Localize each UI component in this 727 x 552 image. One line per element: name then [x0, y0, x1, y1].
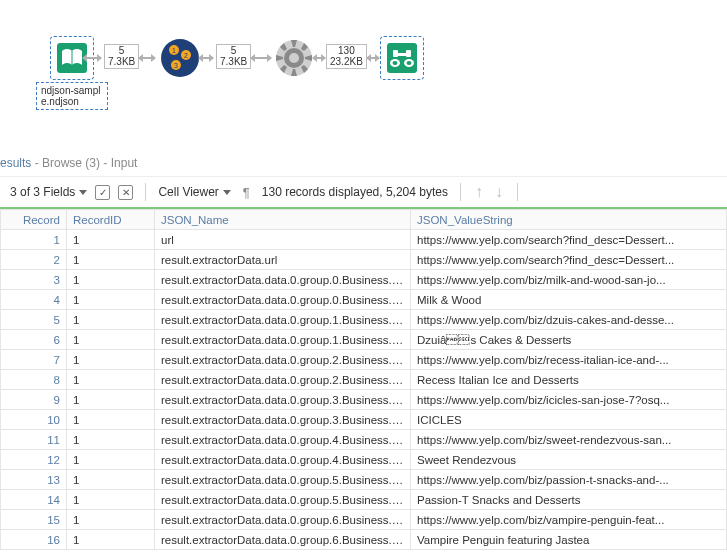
cell-jsonname: result.extractorData.data.0.group.4.Busi… — [155, 450, 411, 470]
cell-recordid: 1 — [67, 470, 155, 490]
table-row[interactable]: 161result.extractorData.data.0.group.6.B… — [1, 530, 727, 550]
workflow-canvas[interactable]: ndjson-sample.ndjson 5 7.3KB 1 2 3 5 7.3… — [0, 0, 727, 150]
cell-jsonname: result.extractorData.data.0.group.2.Busi… — [155, 350, 411, 370]
cell-recordid: 1 — [67, 370, 155, 390]
cell-jsonname: result.extractorData.data.0.group.5.Busi… — [155, 470, 411, 490]
cell-record: 1 — [1, 230, 67, 250]
cell-record: 11 — [1, 430, 67, 450]
table-row[interactable]: 111result.extractorData.data.0.group.4.B… — [1, 430, 727, 450]
cell-jsonname: result.extractorData.data.0.group.2.Busi… — [155, 370, 411, 390]
cell-record: 9 — [1, 390, 67, 410]
svg-text:2: 2 — [184, 52, 188, 59]
cell-jsonval: https://www.yelp.com/biz/passion-t-snack… — [411, 470, 727, 490]
results-pane-header: esults - Browse (3) - Input — [0, 150, 727, 176]
table-row[interactable]: 21result.extractorData.urlhttps://www.ye… — [1, 250, 727, 270]
table-row[interactable]: 41result.extractorData.data.0.group.0.Bu… — [1, 290, 727, 310]
cell-jsonval: https://www.yelp.com/biz/recess-italian-… — [411, 350, 727, 370]
table-row[interactable]: 121result.extractorData.data.0.group.4.B… — [1, 450, 727, 470]
chevron-down-icon — [79, 190, 87, 195]
svg-point-2 — [161, 39, 199, 77]
table-row[interactable]: 101result.extractorData.data.0.group.3.B… — [1, 410, 727, 430]
svg-point-27 — [407, 61, 412, 65]
cell-viewer-dropdown[interactable]: Cell Viewer — [158, 185, 230, 199]
clear-button[interactable]: ✕ — [118, 185, 133, 200]
cell-jsonname: result.extractorData.data.0.group.4.Busi… — [155, 430, 411, 450]
cell-jsonval: Vampire Penguin featuring Jastea — [411, 530, 727, 550]
svg-rect-20 — [387, 43, 417, 73]
col-recordid[interactable]: RecordID — [67, 210, 155, 230]
table-row[interactable]: 151result.extractorData.data.0.group.6.B… — [1, 510, 727, 530]
cell-recordid: 1 — [67, 270, 155, 290]
cell-jsonname: result.extractorData.data.0.group.1.Busi… — [155, 330, 411, 350]
cell-jsonval: Sweet Rendezvous — [411, 450, 727, 470]
col-jsonname[interactable]: JSON_Name — [155, 210, 411, 230]
input-tool[interactable]: ndjson-sample.ndjson — [36, 36, 108, 110]
fields-dropdown[interactable]: 3 of 3 Fields — [10, 185, 87, 199]
col-jsonval[interactable]: JSON_ValueString — [411, 210, 727, 230]
cell-jsonval: https://www.yelp.com/biz/sweet-rendezvou… — [411, 430, 727, 450]
cell-record: 4 — [1, 290, 67, 310]
cell-recordid: 1 — [67, 350, 155, 370]
cell-jsonval: ICICLES — [411, 410, 727, 430]
table-row[interactable]: 31result.extractorData.data.0.group.0.Bu… — [1, 270, 727, 290]
cell-jsonname: result.extractorData.data.0.group.6.Busi… — [155, 530, 411, 550]
svg-text:1: 1 — [172, 47, 176, 54]
col-record[interactable]: Record — [1, 210, 67, 230]
results-table[interactable]: Record RecordID JSON_Name JSON_ValueStri… — [0, 209, 727, 550]
prev-record-button[interactable]: ↑ — [473, 183, 485, 201]
svg-text:3: 3 — [174, 62, 178, 69]
cell-recordid: 1 — [67, 410, 155, 430]
recordid-tool[interactable]: 1 2 3 — [158, 36, 202, 80]
cell-jsonname: result.extractorData.data.0.group.3.Busi… — [155, 410, 411, 430]
table-row[interactable]: 141result.extractorData.data.0.group.5.B… — [1, 490, 727, 510]
svg-point-26 — [393, 61, 398, 65]
cell-record: 15 — [1, 510, 67, 530]
cell-record: 14 — [1, 490, 67, 510]
edge-badge-1: 5 7.3KB — [104, 44, 139, 69]
cell-record: 10 — [1, 410, 67, 430]
table-row[interactable]: 131result.extractorData.data.0.group.5.B… — [1, 470, 727, 490]
results-table-wrap: Record RecordID JSON_Name JSON_ValueStri… — [0, 209, 727, 550]
cell-record: 16 — [1, 530, 67, 550]
cell-recordid: 1 — [67, 530, 155, 550]
table-row[interactable]: 91result.extractorData.data.0.group.3.Bu… — [1, 390, 727, 410]
cell-record: 8 — [1, 370, 67, 390]
cell-jsonval: https://www.yelp.com/biz/dzuis-cakes-and… — [411, 310, 727, 330]
results-title-suffix: - Browse (3) - Input — [31, 156, 137, 170]
edge-badge-3: 130 23.2KB — [326, 44, 367, 69]
cell-recordid: 1 — [67, 390, 155, 410]
table-row[interactable]: 71result.extractorData.data.0.group.2.Bu… — [1, 350, 727, 370]
table-row[interactable]: 11urlhttps://www.yelp.com/search?find_de… — [1, 230, 727, 250]
input-tool-label: ndjson-sample.ndjson — [36, 82, 108, 110]
cell-jsonname: result.extractorData.data.0.group.6.Busi… — [155, 510, 411, 530]
table-row[interactable]: 81result.extractorData.data.0.group.2.Bu… — [1, 370, 727, 390]
next-record-button[interactable]: ↓ — [493, 183, 505, 201]
results-toolbar: 3 of 3 Fields ✓ ✕ Cell Viewer ¶ 130 reco… — [0, 176, 727, 209]
binoculars-icon — [386, 42, 418, 74]
cell-jsonval: Passion-T Snacks and Desserts — [411, 490, 727, 510]
svg-point-19 — [289, 53, 299, 63]
cell-recordid: 1 — [67, 230, 155, 250]
results-title-prefix: esults — [0, 156, 31, 170]
browse-tool[interactable] — [380, 36, 424, 80]
cell-jsonname: result.extractorData.data.0.group.0.Busi… — [155, 270, 411, 290]
cell-jsonname: result.extractorData.url — [155, 250, 411, 270]
svg-rect-23 — [398, 53, 406, 56]
cell-recordid: 1 — [67, 430, 155, 450]
pilcrow-icon[interactable]: ¶ — [239, 185, 254, 200]
jsonparse-tool[interactable] — [272, 36, 316, 80]
table-row[interactable]: 51result.extractorData.data.0.group.1.Bu… — [1, 310, 727, 330]
cell-recordid: 1 — [67, 290, 155, 310]
cell-recordid: 1 — [67, 330, 155, 350]
cell-jsonname: result.extractorData.data.0.group.0.Busi… — [155, 290, 411, 310]
numbers-icon: 1 2 3 — [160, 38, 200, 78]
cell-record: 3 — [1, 270, 67, 290]
check-button[interactable]: ✓ — [95, 185, 110, 200]
table-row[interactable]: 61result.extractorData.data.0.group.1.Bu… — [1, 330, 727, 350]
cell-jsonval: https://www.yelp.com/search?find_desc=De… — [411, 250, 727, 270]
cell-jsonname: url — [155, 230, 411, 250]
cell-recordid: 1 — [67, 310, 155, 330]
cell-jsonval: https://www.yelp.com/search?find_desc=De… — [411, 230, 727, 250]
cell-jsonval: https://www.yelp.com/biz/vampire-penguin… — [411, 510, 727, 530]
cell-recordid: 1 — [67, 490, 155, 510]
